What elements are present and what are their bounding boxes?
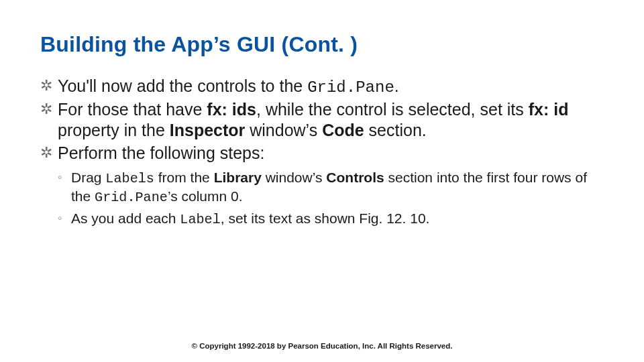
- sub-1-controls: Controls: [326, 170, 384, 185]
- sub-bullet-icon: ◦: [58, 210, 62, 226]
- sub-1-labels: Labels: [105, 171, 154, 186]
- bullet-2-code: Code: [322, 121, 364, 139]
- bullet-icon: ✲: [40, 100, 52, 119]
- bullet-2-d: window’s: [245, 121, 322, 139]
- bullet-2-inspector: Inspector: [170, 121, 246, 139]
- bullet-2-e: section.: [364, 121, 427, 139]
- bullet-3: ✲ Perform the following steps:: [40, 143, 604, 164]
- slide: Building the App’s GUI (Cont. ) ✲ You'll…: [0, 0, 644, 362]
- sub-bullet-list: ◦ Drag Labels from the Library window’s …: [40, 169, 604, 229]
- sub-2-b: , set its text as shown Fig. 12. 10.: [221, 210, 430, 226]
- sub-bullet-2: ◦ As you add each Label, set its text as…: [58, 210, 604, 229]
- bullet-2-fxid: fx: id: [529, 100, 569, 119]
- sub-1-a: Drag: [71, 170, 105, 185]
- bullet-1-text-post: .: [394, 76, 399, 95]
- bullet-2-c: property in the: [58, 121, 170, 139]
- bullet-3-text: Perform the following steps:: [58, 143, 264, 162]
- sub-2-a: As you add each: [71, 210, 180, 226]
- bullet-1: ✲ You'll now add the controls to the Gri…: [40, 76, 604, 98]
- bullet-2-b: , while the control is selected, set its: [256, 100, 529, 119]
- copyright-footer: © Copyright 1992-2018 by Pearson Educati…: [0, 342, 644, 350]
- slide-title: Building the App’s GUI (Cont. ): [40, 32, 604, 57]
- sub-bullet-icon: ◦: [58, 170, 62, 185]
- bullet-2-a: For those that have: [58, 100, 207, 119]
- sub-bullet-1: ◦ Drag Labels from the Library window’s …: [58, 169, 604, 206]
- bullet-2-fxids: fx: ids: [207, 100, 256, 119]
- sub-1-c: window’s: [262, 170, 327, 185]
- sub-2-label: Label: [180, 212, 220, 227]
- sub-1-library: Library: [214, 170, 262, 185]
- sub-1-b: from the: [154, 170, 214, 185]
- bullet-icon: ✲: [40, 143, 52, 162]
- sub-1-gridpane: Grid.Pane: [95, 190, 168, 205]
- bullet-1-text-pre: You'll now add the controls to the: [58, 76, 307, 95]
- bullet-2: ✲ For those that have fx: ids, while the…: [40, 99, 604, 141]
- bullet-icon: ✲: [40, 76, 52, 95]
- bullet-1-code: Grid.Pane: [307, 78, 394, 97]
- main-bullet-list: ✲ You'll now add the controls to the Gri…: [40, 76, 604, 164]
- sub-1-e: ’s column 0.: [168, 188, 243, 204]
